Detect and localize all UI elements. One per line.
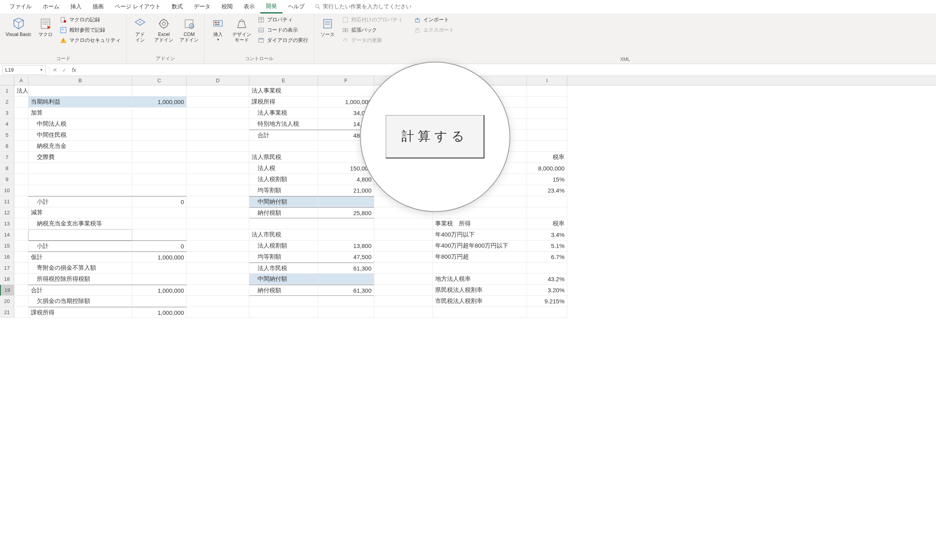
cell[interactable]: 法人税: [249, 163, 318, 174]
cell[interactable]: 欠損金の当期控除額: [28, 296, 132, 307]
cell[interactable]: 小計: [28, 240, 132, 252]
cell[interactable]: [14, 240, 28, 252]
cell[interactable]: [132, 152, 187, 163]
cell[interactable]: [132, 274, 187, 285]
cell[interactable]: 1,000,000: [318, 96, 374, 108]
cell[interactable]: 小計: [28, 196, 132, 207]
cell[interactable]: 合計: [249, 130, 318, 141]
cell[interactable]: 当期純利益: [28, 96, 132, 108]
row-header-18[interactable]: 18: [0, 274, 14, 285]
cell[interactable]: [318, 85, 374, 96]
cell[interactable]: [187, 218, 249, 229]
cell[interactable]: 法人事業税: [249, 85, 318, 96]
cell[interactable]: [187, 163, 249, 174]
cell[interactable]: 県民税法人税割率: [433, 285, 527, 296]
cell[interactable]: [132, 119, 187, 130]
cell[interactable]: [14, 307, 28, 318]
cell[interactable]: 交際費: [28, 152, 132, 163]
cell[interactable]: [527, 108, 567, 119]
import-button[interactable]: インポート: [411, 15, 457, 25]
cell[interactable]: [14, 130, 28, 141]
cell[interactable]: [374, 263, 433, 274]
cell[interactable]: [187, 108, 249, 119]
cell[interactable]: 納税充当金: [28, 141, 132, 152]
menu-file[interactable]: ファイル: [4, 1, 37, 13]
calculate-button[interactable]: 計算する: [386, 115, 485, 159]
menu-formulas[interactable]: 数式: [166, 1, 188, 13]
row-header-20[interactable]: 20: [0, 296, 14, 307]
cell[interactable]: [527, 96, 567, 108]
cell[interactable]: [132, 174, 187, 185]
col-header-F[interactable]: F: [318, 76, 374, 85]
cell[interactable]: [433, 307, 527, 318]
cell[interactable]: [14, 185, 28, 196]
col-header-D[interactable]: D: [187, 76, 249, 85]
cell[interactable]: [318, 296, 374, 307]
cell[interactable]: [14, 119, 28, 130]
menu-draw[interactable]: 描画: [87, 1, 109, 13]
cell[interactable]: [318, 196, 374, 207]
cell[interactable]: [14, 196, 28, 207]
cell[interactable]: [187, 96, 249, 108]
cell[interactable]: [527, 196, 567, 207]
cell[interactable]: 法人税: [14, 85, 28, 96]
cell[interactable]: [187, 119, 249, 130]
cancel-formula-button[interactable]: ✕: [50, 65, 60, 75]
cell[interactable]: [132, 141, 187, 152]
row-header-6[interactable]: 6: [0, 141, 14, 152]
cell[interactable]: 61,300: [318, 285, 374, 296]
row-header-3[interactable]: 3: [0, 108, 14, 119]
cell[interactable]: 23.4%: [527, 185, 567, 196]
cell[interactable]: 均等割額: [249, 185, 318, 196]
col-header-B[interactable]: B: [28, 76, 132, 85]
properties-button[interactable]: プロパティ: [255, 15, 311, 25]
cell[interactable]: [14, 263, 28, 274]
name-box[interactable]: L19 ▼: [2, 65, 46, 75]
cell[interactable]: 寄附金の損金不算入額: [28, 263, 132, 274]
cell[interactable]: [28, 163, 132, 174]
addins-button[interactable]: アド イン: [130, 15, 150, 45]
cell[interactable]: [187, 185, 249, 196]
cell[interactable]: 課税所得: [249, 96, 318, 108]
menu-view[interactable]: 表示: [238, 1, 260, 13]
macro-security-button[interactable]: ! マクロのセキュリティ: [57, 36, 123, 45]
cell[interactable]: 減算: [28, 207, 132, 218]
cell[interactable]: 納付税額: [249, 285, 318, 296]
cell[interactable]: [318, 307, 374, 318]
cell[interactable]: [14, 229, 28, 240]
cell[interactable]: [187, 285, 249, 296]
cell[interactable]: 中間住民税: [28, 130, 132, 141]
cell[interactable]: [14, 207, 28, 218]
cell[interactable]: [187, 263, 249, 274]
com-addins-button[interactable]: COM アドイン: [177, 15, 201, 45]
cell[interactable]: 15%: [527, 174, 567, 185]
row-header-17[interactable]: 17: [0, 263, 14, 274]
cell[interactable]: 中間納付額: [249, 274, 318, 285]
col-header-I[interactable]: I: [527, 76, 567, 85]
cell[interactable]: 法人市民税: [249, 263, 318, 274]
excel-addins-button[interactable]: Excel アドイン: [152, 15, 176, 45]
cell[interactable]: 1,000,000: [132, 307, 187, 318]
visual-basic-button[interactable]: Visual Basic: [3, 15, 34, 39]
cell[interactable]: 所得税控除所得税額: [28, 274, 132, 285]
row-header-21[interactable]: 21: [0, 307, 14, 318]
row-header-19[interactable]: 19: [0, 285, 14, 296]
cell[interactable]: 1,000,000: [132, 96, 187, 108]
menu-data[interactable]: データ: [188, 1, 216, 13]
cell[interactable]: 税率: [527, 152, 567, 163]
row-header-8[interactable]: 8: [0, 163, 14, 174]
cell[interactable]: 法人税割額: [249, 240, 318, 252]
cell[interactable]: [187, 229, 249, 240]
cell[interactable]: [14, 96, 28, 108]
cell[interactable]: [187, 207, 249, 218]
cell[interactable]: [132, 263, 187, 274]
cell[interactable]: 3.4%: [527, 229, 567, 240]
cell[interactable]: [527, 130, 567, 141]
cell[interactable]: [318, 218, 374, 229]
cell[interactable]: [132, 163, 187, 174]
formula-input[interactable]: [79, 65, 936, 75]
row-header-14[interactable]: 14: [0, 229, 14, 240]
cell[interactable]: 0: [132, 240, 187, 252]
cell[interactable]: [374, 285, 433, 296]
cell[interactable]: 年800万円超: [433, 252, 527, 263]
